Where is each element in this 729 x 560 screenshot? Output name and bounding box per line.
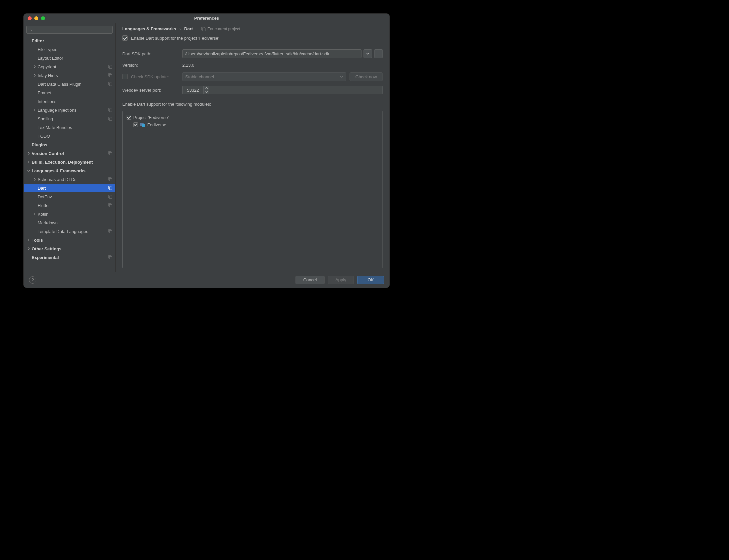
form-grid: Dart SDK path: /Users/yevheniizapletin/r… — [122, 49, 383, 94]
sidebar-item[interactable]: Spelling — [24, 114, 115, 123]
svg-rect-13 — [109, 152, 112, 155]
project-scope-icon — [108, 186, 113, 190]
sidebar-item[interactable]: Template Data Languages — [24, 227, 115, 236]
project-scope-icon — [108, 64, 113, 69]
module-project-row[interactable]: Project 'Fediverse' — [125, 114, 380, 121]
channel-select[interactable]: Stable channel — [182, 72, 346, 81]
project-scope-icon — [108, 73, 113, 78]
version-value: 2.13.0 — [182, 63, 383, 68]
svg-rect-19 — [109, 196, 112, 198]
chevron-right-icon[interactable] — [27, 160, 30, 164]
main-panel: Languages & Frameworks › Dart For curren… — [116, 23, 389, 272]
sidebar-item[interactable]: TextMate Bundles — [24, 123, 115, 132]
webdev-port-input[interactable] — [183, 86, 203, 94]
sidebar-item[interactable]: Experimental — [24, 253, 115, 262]
sdk-path-row: /Users/yevheniizapletin/repos/Fediverse/… — [182, 49, 383, 58]
sidebar-item-label: File Types — [38, 47, 113, 52]
sidebar-item[interactable]: Schemas and DTDs — [24, 175, 115, 184]
sidebar-item[interactable]: Flutter — [24, 201, 115, 210]
module-item-checkbox[interactable] — [133, 122, 138, 127]
project-scope-icon — [108, 194, 113, 199]
webdev-port-cell — [182, 86, 383, 94]
sdk-path-label: Dart SDK path: — [122, 51, 179, 56]
enable-dart-checkbox[interactable] — [122, 35, 128, 41]
svg-rect-15 — [109, 178, 112, 181]
chevron-right-icon[interactable] — [27, 152, 30, 155]
body: EditorFile TypesLayout EditorCopyrightIn… — [24, 23, 389, 272]
sidebar-item[interactable]: Kotlin — [24, 210, 115, 218]
module-item-row[interactable]: Fediverse — [125, 121, 380, 128]
sidebar-item[interactable]: Copyright — [24, 62, 115, 71]
chevron-down-icon — [205, 91, 208, 93]
sdk-path-history-button[interactable] — [364, 49, 372, 58]
sidebar-item[interactable]: Build, Execution, Deployment — [24, 158, 115, 166]
breadcrumb-parent: Languages & Frameworks — [122, 26, 176, 31]
sidebar-item[interactable]: Dart — [24, 184, 115, 192]
sdk-path-browse-button[interactable]: … — [374, 49, 383, 58]
titlebar: Preferences — [24, 14, 389, 23]
ok-button[interactable]: OK — [357, 276, 384, 284]
svg-rect-11 — [109, 118, 112, 120]
sidebar-item[interactable]: File Types — [24, 45, 115, 54]
sidebar-item[interactable]: Editor — [24, 36, 115, 45]
cancel-button[interactable]: Cancel — [296, 276, 324, 284]
webdev-port-label: Webdev server port: — [122, 88, 179, 93]
svg-rect-27 — [202, 28, 205, 31]
svg-point-0 — [29, 28, 31, 30]
modules-tree[interactable]: Project 'Fediverse' Fediverse — [122, 111, 383, 268]
sidebar-item[interactable]: Layout Editor — [24, 54, 115, 62]
sidebar-item-label: Copyright — [38, 64, 108, 69]
check-sdk-update-checkbox[interactable] — [122, 74, 128, 79]
sidebar-item-label: Emmet — [38, 90, 113, 95]
sidebar-item-label: Schemas and DTDs — [38, 177, 108, 182]
sidebar-item-label: Markdown — [38, 220, 113, 225]
sidebar-item[interactable]: Version Control — [24, 149, 115, 158]
chevron-right-icon[interactable] — [27, 247, 30, 250]
sidebar-item[interactable]: Dart Data Class Plugin — [24, 80, 115, 88]
chevron-down-icon[interactable] — [27, 169, 30, 172]
sidebar-item[interactable]: Emmet — [24, 88, 115, 97]
check-now-button[interactable]: Check now — [350, 72, 383, 81]
search-input[interactable] — [26, 26, 113, 34]
sidebar-item[interactable]: Languages & Frameworks — [24, 166, 115, 175]
sidebar-item-label: Inlay Hints — [38, 73, 108, 78]
chevron-right-icon[interactable] — [33, 65, 36, 68]
spin-up-button[interactable] — [204, 86, 209, 90]
sidebar-item[interactable]: Intentions — [24, 97, 115, 106]
sidebar-item-label: Language Injections — [38, 108, 108, 113]
scope-label: For current project — [208, 27, 240, 31]
enable-dart-label: Enable Dart support for the project 'Fed… — [131, 36, 219, 41]
breadcrumb: Languages & Frameworks › Dart For curren… — [116, 23, 389, 33]
sidebar-item[interactable]: Tools — [24, 236, 115, 244]
spin-down-button[interactable] — [204, 90, 209, 94]
sidebar-item[interactable]: Other Settings — [24, 244, 115, 253]
chevron-right-icon[interactable] — [33, 212, 36, 216]
sidebar-item[interactable]: Inlay Hints — [24, 71, 115, 80]
sidebar-item-label: Version Control — [32, 151, 108, 156]
apply-button[interactable]: Apply — [328, 276, 354, 284]
help-button[interactable]: ? — [29, 276, 36, 284]
sidebar-item[interactable]: DotEnv — [24, 192, 115, 201]
preferences-window: Preferences EditorFile TypesLayout Edito… — [23, 13, 390, 288]
sidebar-item[interactable]: Language Injections — [24, 106, 115, 114]
sidebar-item-label: Experimental — [32, 255, 108, 260]
check-sdk-update-label: Check SDK update: — [131, 74, 169, 79]
sidebar-item[interactable]: TODO — [24, 132, 115, 140]
chevron-right-icon[interactable] — [33, 178, 36, 181]
sidebar-item[interactable]: Markdown — [24, 218, 115, 227]
svg-rect-17 — [109, 187, 112, 190]
settings-tree[interactable]: EditorFile TypesLayout EditorCopyrightIn… — [24, 36, 115, 272]
sidebar-item-label: Other Settings — [32, 246, 113, 251]
sdk-path-field[interactable]: /Users/yevheniizapletin/repos/Fediverse/… — [182, 49, 362, 58]
webdev-port-spinner[interactable] — [182, 86, 383, 94]
project-scope-icon — [108, 229, 113, 234]
chevron-right-icon[interactable] — [33, 108, 36, 112]
project-scope-icon — [108, 116, 113, 121]
module-project-checkbox[interactable] — [127, 115, 131, 120]
sidebar-item-label: Kotlin — [38, 212, 113, 217]
chevron-right-icon[interactable] — [27, 238, 30, 242]
sidebar-item[interactable]: Plugins — [24, 140, 115, 149]
sidebar-item-label: TODO — [38, 134, 113, 139]
chevron-right-icon[interactable] — [33, 74, 36, 77]
sidebar-item-label: Spelling — [38, 116, 108, 121]
